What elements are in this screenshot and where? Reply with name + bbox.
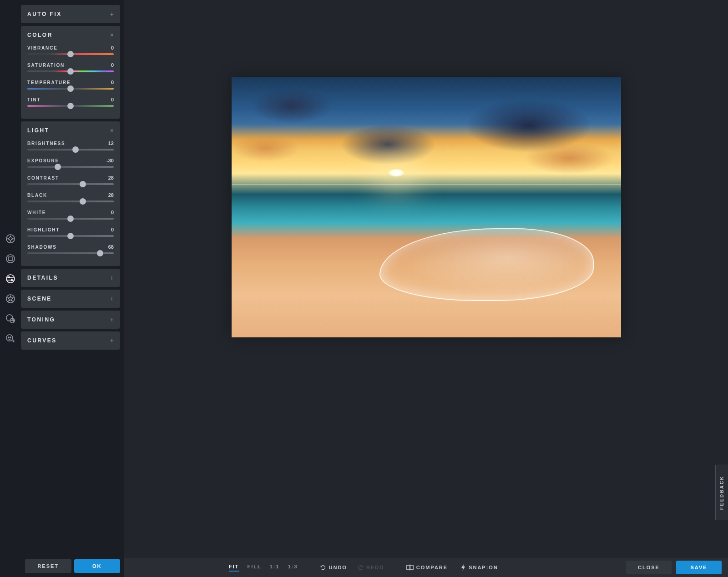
snap-button[interactable]: SNAP:ON (460, 564, 498, 571)
slider-thumb[interactable] (67, 103, 74, 109)
slider-thumb[interactable] (97, 250, 103, 256)
panel-light-head[interactable]: LIGHT × (21, 121, 120, 140)
panel-toning: TONING + (21, 311, 120, 329)
undo-label: UNDO (329, 565, 347, 570)
slider-track[interactable] (27, 105, 114, 107)
slider-value: 0 (111, 97, 114, 102)
redo-label: REDO (366, 565, 384, 570)
panel-scene-head[interactable]: SCENE + (21, 290, 120, 308)
compare-label: COMPARE (416, 565, 448, 570)
slider-track[interactable] (27, 235, 114, 237)
light-exposure-slider: EXPOSURE-30 (27, 158, 114, 168)
feedback-label: FEEDBACK (719, 475, 724, 510)
crop-tool-icon[interactable] (4, 252, 17, 265)
light-shadows-slider: SHADOWS68 (27, 244, 114, 254)
slider-label: BRIGHTNESS (27, 141, 66, 146)
panel-title: DETAILS (27, 275, 58, 281)
svg-rect-18 (406, 565, 410, 569)
slider-thumb[interactable] (67, 51, 74, 57)
svg-point-5 (9, 276, 10, 278)
zoom-fit[interactable]: FIT (229, 564, 239, 572)
slider-value: -30 (106, 158, 114, 163)
elements-tool-icon[interactable] (4, 312, 17, 325)
redo-button[interactable]: REDO (357, 564, 384, 571)
slider-track[interactable] (27, 218, 114, 220)
slider-label: BLACK (27, 193, 47, 198)
mid-group: COMPARE SNAP:ON (406, 564, 498, 571)
undo-button[interactable]: UNDO (320, 564, 347, 571)
slider-value: 68 (108, 244, 114, 250)
effects-tool-icon[interactable] (4, 292, 17, 305)
panel-autofix: AUTO FIX + (21, 5, 120, 23)
right-buttons: CLOSE SAVE (626, 561, 722, 574)
slider-track[interactable] (27, 149, 114, 151)
slider-track[interactable] (27, 183, 114, 185)
canvas-area: FITFILL1:11:3 UNDO REDO COMPARE SNAP:ON … (124, 0, 728, 577)
panel-curves: CURVES + (21, 331, 120, 350)
close-icon[interactable]: × (110, 32, 114, 38)
slider-track[interactable] (27, 70, 114, 72)
slider-thumb[interactable] (72, 146, 79, 153)
panel-title: CURVES (27, 337, 57, 344)
slider-track[interactable] (27, 201, 114, 202)
svg-rect-19 (410, 565, 413, 569)
zoom-fill[interactable]: FILL (248, 564, 262, 572)
color-tint-slider: TINT0 (27, 97, 114, 107)
adjust-tool-icon[interactable] (4, 272, 17, 285)
stickers-tool-icon[interactable] (4, 332, 17, 345)
slider-thumb[interactable] (67, 216, 74, 222)
panel-title: TONING (27, 316, 55, 323)
slider-track[interactable] (27, 88, 114, 90)
close-icon[interactable]: × (110, 127, 114, 134)
slider-label: WHITE (27, 210, 46, 215)
panel-scene: SCENE + (21, 290, 120, 308)
panel-title: AUTO FIX (27, 11, 62, 17)
color-vibrance-slider: VIBRANCE0 (27, 45, 114, 55)
slider-thumb[interactable] (67, 233, 74, 239)
slider-label: VIBRANCE (27, 45, 58, 50)
tool-rail (0, 0, 21, 577)
redo-icon (357, 564, 364, 571)
save-button[interactable]: SAVE (676, 561, 722, 574)
panel-autofix-head[interactable]: AUTO FIX + (21, 5, 120, 23)
plus-icon: + (110, 11, 114, 17)
slider-track[interactable] (27, 166, 114, 168)
light-white-slider: WHITE0 (27, 210, 114, 220)
preview-image[interactable] (232, 77, 621, 337)
panel-title: SCENE (27, 296, 52, 302)
svg-point-3 (6, 275, 15, 283)
zoom-1-1[interactable]: 1:1 (270, 564, 280, 572)
slider-thumb[interactable] (80, 198, 86, 205)
color-temperature-slider: TEMPERATURE0 (27, 80, 114, 90)
zoom-options: FITFILL1:11:3 (229, 564, 298, 572)
slider-thumb[interactable] (67, 85, 74, 92)
close-button[interactable]: CLOSE (626, 561, 672, 574)
compare-button[interactable]: COMPARE (406, 564, 448, 571)
adjust-sidebar: AUTO FIX + COLOR × VIBRANCE0SATURATION0T… (21, 0, 124, 577)
panel-title: COLOR (27, 32, 53, 38)
light-black-slider: BLACK28 (27, 192, 114, 202)
slider-label: TINT (27, 97, 40, 102)
svg-point-9 (6, 315, 13, 321)
slider-track[interactable] (27, 53, 114, 55)
panel-color-head[interactable]: COLOR × (21, 26, 120, 44)
zoom-1-3[interactable]: 1:3 (288, 564, 298, 572)
slider-thumb[interactable] (80, 181, 86, 187)
svg-point-14 (8, 337, 9, 338)
slider-value: 0 (111, 210, 114, 215)
snap-icon (460, 564, 466, 571)
slider-value: 0 (111, 62, 114, 68)
ok-button[interactable]: OK (74, 559, 121, 573)
slider-track[interactable] (27, 252, 114, 254)
slider-label: HIGHLIGHT (27, 227, 60, 232)
panel-curves-head[interactable]: CURVES + (21, 331, 120, 350)
slider-label: CONTRAST (27, 176, 59, 181)
slider-thumb[interactable] (67, 68, 74, 75)
reset-button[interactable]: RESET (25, 559, 71, 573)
panel-toning-head[interactable]: TONING + (21, 311, 120, 329)
panel-light: LIGHT × BRIGHTNESS12EXPOSURE-30CONTRAST2… (21, 121, 120, 266)
slider-thumb[interactable] (55, 164, 61, 170)
panel-details-head[interactable]: DETAILS + (21, 269, 120, 287)
feedback-tab[interactable]: FEEDBACK (715, 465, 728, 520)
retouch-tool-icon[interactable] (4, 232, 17, 245)
